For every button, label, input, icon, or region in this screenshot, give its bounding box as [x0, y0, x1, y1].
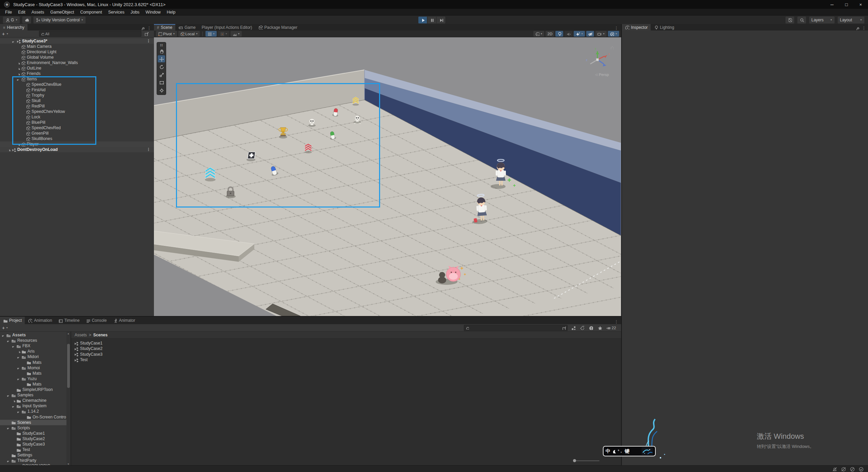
menu-item-edit[interactable]: Edit	[15, 10, 28, 15]
move-tool-button[interactable]	[158, 55, 165, 62]
foldout-arrow-icon[interactable]	[7, 459, 10, 462]
undo-history-button[interactable]	[785, 16, 794, 24]
slider-knob[interactable]	[573, 459, 576, 462]
chevron-down-icon[interactable]: ▼	[6, 327, 8, 329]
breadcrumb-current[interactable]: Scenes	[93, 333, 107, 337]
gizmos-dropdown[interactable]: ▼	[608, 31, 619, 37]
search-by-label-icon[interactable]	[580, 326, 584, 330]
tab-animation[interactable]: Animation	[25, 317, 55, 324]
hierarchy-row[interactable]: Trophy	[0, 93, 154, 98]
project-tree-row[interactable]: StudyCase2	[0, 436, 66, 441]
asset-row[interactable]: StudyCase2	[74, 346, 102, 351]
project-tree-row[interactable]: StudyCase1	[0, 431, 66, 436]
overlay-handle[interactable]: ●●●●	[160, 43, 163, 47]
foldout-arrow-icon[interactable]	[12, 40, 15, 43]
add-asset-button[interactable]: +	[2, 325, 5, 331]
2d-toggle-button[interactable]: 2D	[546, 31, 554, 37]
popout-icon[interactable]	[562, 326, 566, 330]
foldout-arrow-icon[interactable]	[7, 339, 10, 342]
menu-item-services[interactable]: Services	[105, 10, 127, 15]
hierarchy-row[interactable]: Skull	[0, 98, 154, 103]
foldout-arrow-icon[interactable]	[7, 394, 10, 397]
scene-menu-icon[interactable]: ⋮	[146, 39, 151, 43]
moon-icon[interactable]	[612, 449, 616, 453]
scene-menu-icon[interactable]: ⋮	[146, 147, 151, 152]
project-search-input[interactable]	[464, 325, 568, 331]
project-tree-row[interactable]: Aris	[0, 349, 66, 354]
effects-dropdown[interactable]: ▼	[574, 31, 585, 37]
rect-tool-button[interactable]	[158, 79, 165, 86]
hierarchy-row[interactable]: Lock	[0, 114, 154, 120]
favorites-star-icon[interactable]	[597, 326, 602, 330]
tab-hierarchy[interactable]: ≡ Hierarchy	[0, 24, 27, 31]
layers-dropdown[interactable]: Layers▼	[809, 16, 835, 24]
hidden-count-badge[interactable]: 22	[606, 326, 616, 330]
popout-icon[interactable]	[144, 32, 149, 36]
project-tree-row[interactable]: SimpleURPToon	[0, 387, 66, 392]
project-tree-row[interactable]: On-Screen Contro	[0, 414, 66, 420]
hierarchy-dontdestroy-header[interactable]: DontDestroyOnLoad⋮	[0, 147, 154, 152]
tab-scene[interactable]: # Scene	[154, 24, 175, 31]
hierarchy-row[interactable]: BluePill	[0, 120, 154, 125]
project-tree-row[interactable]: FBX	[0, 343, 66, 349]
panel-menu-icon[interactable]: ⋮	[147, 26, 151, 31]
menu-item-gameobject[interactable]: GameObject	[47, 10, 77, 15]
hidden-objects-button[interactable]	[586, 31, 594, 37]
project-tree-row[interactable]: Settings	[0, 452, 66, 458]
project-tree-row[interactable]: Test	[0, 447, 66, 452]
project-tree-row[interactable]: StudyCase3	[0, 441, 66, 447]
hierarchy-row[interactable]: Global Volume	[0, 55, 154, 60]
close-button[interactable]: ×	[859, 2, 862, 7]
tab-animator[interactable]: Animator	[110, 317, 138, 324]
panel-menu-icon[interactable]: ⋮	[614, 26, 618, 31]
rotate-tool-button[interactable]	[158, 63, 165, 70]
foldout-arrow-icon[interactable]	[2, 334, 5, 337]
minimize-button[interactable]: ─	[830, 2, 833, 7]
snap-increment-button[interactable]: ▼	[231, 31, 242, 37]
scrollbar-thumb[interactable]	[67, 344, 70, 388]
foldout-arrow-icon[interactable]	[12, 345, 15, 348]
foldout-arrow-icon[interactable]	[17, 410, 20, 413]
project-tree-row[interactable]: Mats	[0, 371, 66, 376]
foldout-arrow-icon[interactable]	[12, 405, 15, 408]
scroll-down-icon[interactable]: ▼	[67, 463, 70, 465]
project-tree-row[interactable]: Yuzu	[0, 376, 66, 381]
cloud-button[interactable]	[22, 16, 31, 24]
status-ok-icon[interactable]	[859, 467, 863, 471]
foldout-arrow-icon[interactable]	[17, 143, 20, 146]
ime-toolbar[interactable]: 中 °， 键	[603, 446, 656, 456]
foldout-arrow-icon[interactable]	[17, 72, 20, 75]
local-toggle-button[interactable]: Local ▼	[178, 31, 200, 37]
project-tree-row[interactable]: 1.14.2	[0, 409, 66, 414]
project-tree-row[interactable]: ThirdParty	[0, 458, 66, 463]
hierarchy-row[interactable]: OutLine	[0, 65, 154, 71]
hierarchy-row[interactable]: Environment_Narrow_Walls	[0, 60, 154, 65]
asset-row[interactable]: StudyCase1	[74, 340, 102, 346]
transform-tool-button[interactable]	[158, 86, 165, 94]
grid-visibility-button[interactable]: ▼	[218, 31, 229, 37]
lock-icon[interactable]	[141, 26, 144, 30]
foldout-arrow-icon[interactable]	[17, 61, 20, 64]
step-button[interactable]	[436, 16, 446, 24]
project-tree-row[interactable]: Scenes	[0, 420, 66, 425]
hierarchy-row[interactable]: Items	[0, 76, 154, 82]
hierarchy-row[interactable]: SpeedChevBlue	[0, 82, 154, 87]
hierarchy-row[interactable]: RedPill	[0, 103, 154, 109]
hierarchy-row[interactable]: Friends	[0, 71, 154, 76]
hierarchy-row[interactable]: Directional Light	[0, 49, 154, 55]
play-button[interactable]	[418, 16, 427, 24]
draw-mode-dropdown[interactable]: ▼	[533, 31, 545, 37]
project-tree-row[interactable]: Mats	[0, 381, 66, 387]
view-tool-button[interactable]	[158, 47, 165, 55]
maximize-button[interactable]: □	[845, 2, 848, 7]
menu-item-assets[interactable]: Assets	[28, 10, 47, 15]
notifications-muted-icon[interactable]	[832, 467, 837, 471]
foldout-arrow-icon[interactable]	[17, 366, 20, 369]
menu-item-window[interactable]: Window	[142, 10, 163, 15]
audio-mute-button[interactable]	[565, 31, 572, 37]
menu-item-file[interactable]: File	[2, 10, 15, 15]
menu-item-component[interactable]: Component	[77, 10, 105, 15]
breadcrumb-root[interactable]: Assets	[75, 333, 87, 337]
foldout-arrow-icon[interactable]	[12, 399, 15, 402]
tab-timeline[interactable]: Timeline	[55, 317, 83, 324]
